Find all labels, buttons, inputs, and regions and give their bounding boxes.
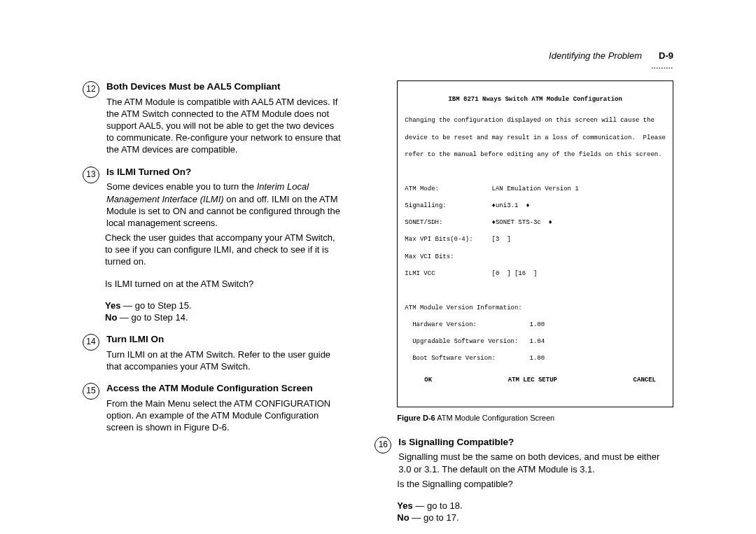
- step-16-continued: Is the Signalling compatible? Yes — go t…: [397, 478, 673, 524]
- step-16-text: Signalling must be the same on both devi…: [398, 451, 673, 475]
- header-dots: .........: [651, 63, 673, 70]
- page-number-text: D-9: [659, 50, 673, 61]
- step-13-continued: Check the user guides that accompany you…: [105, 232, 344, 323]
- step-13: 13 Is ILMI Turned On? Some devices enabl…: [83, 166, 344, 229]
- page: Identifying the Problem D-9 ......... 12…: [0, 0, 756, 534]
- step-14: 14 Turn ILMI On Turn ILMI on at the ATM …: [83, 333, 344, 372]
- step-number-13: 13: [83, 166, 99, 229]
- right-column: IBM 8271 Nways Switch ATM Module Configu…: [374, 80, 673, 534]
- header-section-title: Identifying the Problem: [549, 50, 642, 61]
- step-number-14: 14: [83, 333, 99, 372]
- figure-title: IBM 8271 Nways Switch ATM Module Configu…: [405, 95, 666, 104]
- header-page-number: D-9 .........: [659, 50, 673, 61]
- step-12: 12 Both Devices Must be AAL5 Compliant T…: [83, 80, 344, 156]
- figure-caption: Figure D-6 ATM Module Configuration Scre…: [397, 413, 673, 423]
- figure-setup: ATM LEC SETUP: [508, 376, 557, 384]
- step-15-title: Access the ATM Module Configuration Scre…: [106, 382, 344, 395]
- step-16-title: Is Signalling Compatible?: [398, 436, 673, 449]
- step-15-text: From the Main Menu select the ATM CONFIG…: [106, 398, 344, 433]
- step-15: 15 Access the ATM Module Configuration S…: [83, 382, 344, 433]
- step-16: 16 Is Signalling Compatible? Signalling …: [374, 436, 673, 475]
- step-13-text: Some devices enable you to turn the Inte…: [106, 181, 344, 229]
- step-number-12: 12: [83, 80, 99, 156]
- figure-cancel: CANCEL: [634, 376, 656, 384]
- step-12-title: Both Devices Must be AAL5 Compliant: [106, 80, 344, 93]
- step-12-text: The ATM Module is compatible with AAL5 A…: [106, 96, 344, 156]
- figure-config-screen: IBM 8271 Nways Switch ATM Module Configu…: [397, 80, 673, 407]
- step-13-title: Is ILMI Turned On?: [106, 166, 344, 178]
- step-14-text: Turn ILMI on at the ATM Switch. Refer to…: [106, 349, 344, 372]
- figure-ok: OK: [424, 376, 432, 384]
- step-14-title: Turn ILMI On: [106, 333, 344, 346]
- step-number-15: 15: [83, 382, 99, 433]
- content-columns: 12 Both Devices Must be AAL5 Compliant T…: [83, 80, 673, 534]
- left-column: 12 Both Devices Must be AAL5 Compliant T…: [83, 80, 344, 534]
- step-number-16: 16: [374, 436, 391, 475]
- page-header: Identifying the Problem D-9 .........: [83, 50, 673, 61]
